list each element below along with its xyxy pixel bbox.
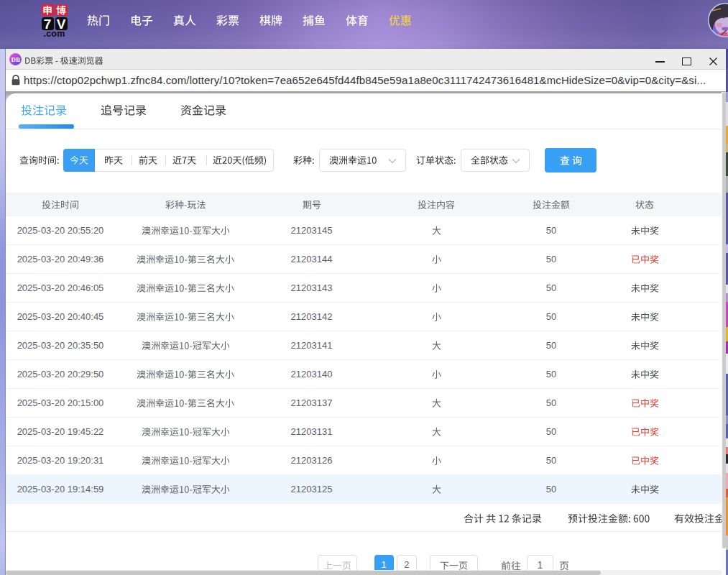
svg-text:DB: DB [11,56,20,63]
